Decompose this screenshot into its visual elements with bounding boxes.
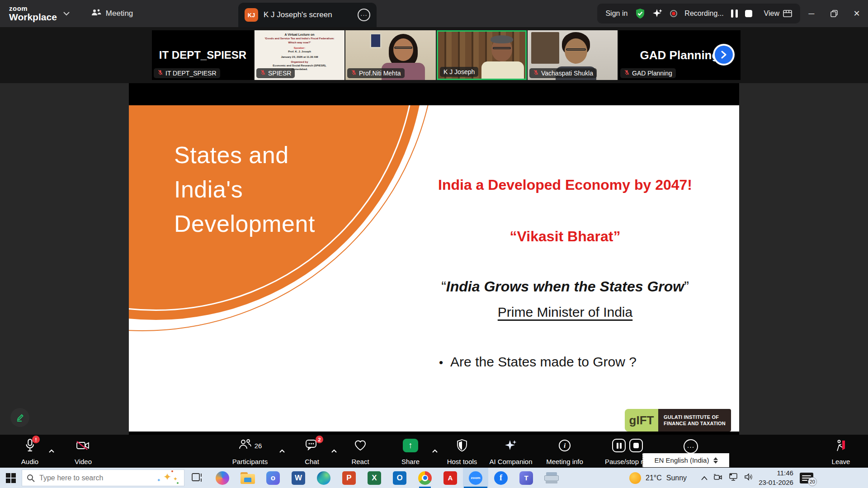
taskbar-search[interactable]: ✦ ✦ ✦ — [22, 469, 184, 486]
video-tile-kj-joseph[interactable]: K J Joseph — [437, 30, 527, 80]
chevron-down-icon[interactable] — [63, 9, 70, 18]
close-button[interactable]: ✕ — [845, 0, 868, 27]
video-strip: IT DEPT_SPIESR IT DEPT_SPIESR A Virtual … — [0, 27, 868, 83]
tray-expand-chevron[interactable] — [701, 474, 708, 482]
facebook-button[interactable]: f — [488, 468, 514, 488]
poster-line: Organized by — [291, 60, 308, 64]
more-toolbar-button[interactable]: ... — [684, 439, 698, 454]
meeting-toolbar: ! Audio Video 26 Participants — [0, 435, 868, 468]
powerpoint-icon: P — [342, 471, 356, 485]
excel-icon: X — [368, 471, 381, 485]
volume-icon[interactable] — [744, 473, 753, 483]
clock-time: 11:46 — [759, 469, 793, 478]
leave-button[interactable]: Leave — [822, 438, 860, 465]
zoom-workplace-window: zoom Workplace Meeting KJ K J Joseph's s… — [0, 0, 868, 488]
windows-logo-icon — [6, 473, 16, 483]
language-spinner-icon[interactable] — [713, 457, 718, 464]
recording-status: Recording... — [684, 9, 723, 18]
mic-muted-icon — [624, 70, 630, 77]
stop-icon[interactable] — [629, 439, 643, 452]
poster-line: Speaker: — [294, 46, 305, 50]
chat-options-caret[interactable] — [331, 446, 337, 455]
audio-options-caret[interactable] — [49, 446, 54, 455]
slide-heading-2047: India a Developed Economy by 2047! — [400, 177, 730, 193]
mic-muted-icon — [260, 70, 266, 77]
person-torso — [481, 61, 524, 80]
edge-button[interactable] — [311, 468, 336, 488]
notification-center-button[interactable]: 20 — [800, 473, 813, 483]
excel-button[interactable]: X — [362, 468, 387, 488]
participants-button[interactable]: 26 Participants — [221, 438, 279, 465]
ai-companion-button[interactable]: AI Companion — [483, 438, 539, 465]
brand-workplace: Workplace — [9, 12, 57, 22]
task-view-button[interactable] — [184, 468, 210, 488]
pause-icon[interactable] — [612, 439, 626, 452]
acrobat-button[interactable]: A — [438, 468, 463, 488]
share-button[interactable]: ↑ Share — [390, 438, 431, 465]
taskbar-clock[interactable]: 11:46 23-01-2026 — [759, 469, 793, 487]
next-page-button[interactable] — [713, 44, 735, 66]
taskbar-weather[interactable]: 21°C Sunny — [623, 468, 693, 488]
task-view-icon — [192, 473, 203, 483]
outlook-classic-button[interactable]: O — [387, 468, 412, 488]
video-button[interactable]: Video — [62, 438, 104, 465]
poster-line: Prof. K. J. Joseph — [288, 50, 311, 53]
search-input[interactable] — [39, 474, 151, 482]
teams-button[interactable]: T — [514, 468, 539, 488]
slide-heading-vikasit: “Vikasit Bharat” — [400, 228, 730, 245]
poster-line: Economic and Social Research (SPIESR), — [273, 64, 326, 67]
video-tile-spiesr[interactable]: A Virtual Lecture on 'Goods and Service … — [255, 30, 344, 80]
video-tile-it-dept[interactable]: IT DEPT_SPIESR IT DEPT_SPIESR — [152, 30, 254, 80]
network-icon[interactable] — [728, 473, 738, 483]
tile-name-label: Vachaspati Shukla — [529, 68, 597, 78]
windows-taskbar: ✦ ✦ ✦ o W P X O — [0, 468, 868, 488]
weather-desc: Sunny — [666, 474, 687, 482]
poster-line: 'Goods and Service Tax and India's Fisca… — [264, 37, 334, 40]
fax-app-button[interactable] — [539, 468, 564, 488]
edge-icon — [317, 471, 330, 485]
slide-bullet: •Are the States made to Grow ? — [400, 354, 730, 370]
video-tile-niti-mehta[interactable]: Prof.Niti Mehta — [345, 30, 436, 80]
tab-meeting[interactable]: Meeting — [91, 9, 133, 19]
printer-icon — [544, 472, 559, 484]
audio-button[interactable]: ! Audio — [9, 438, 51, 465]
chrome-button[interactable] — [412, 468, 438, 488]
mic-muted-icon — [157, 70, 163, 77]
file-explorer-button[interactable] — [235, 468, 260, 488]
minimize-button[interactable]: ─ — [800, 0, 823, 27]
audio-warning-badge: ! — [32, 436, 40, 443]
person-hair — [491, 35, 513, 43]
more-options-icon[interactable]: ... — [358, 9, 370, 21]
copilot-button[interactable] — [210, 468, 235, 488]
pause-recording-button[interactable] — [731, 9, 738, 18]
camera-in-use-icon[interactable] — [713, 474, 722, 483]
video-tile-vachaspati-shukla[interactable]: Vachaspati Shukla — [528, 30, 618, 80]
participants-icon — [238, 439, 252, 452]
annotate-button[interactable] — [10, 408, 29, 427]
host-tools-button[interactable]: Host tools — [438, 438, 486, 465]
restore-button[interactable] — [823, 0, 845, 27]
security-shield-icon[interactable] — [635, 8, 646, 19]
react-button[interactable]: React — [340, 438, 381, 465]
tab-shared-screen[interactable]: KJ K J Joseph's screen ... — [238, 3, 377, 27]
titlebar: zoom Workplace Meeting KJ K J Joseph's s… — [0, 0, 868, 27]
meeting-info-button[interactable]: i Meeting info — [538, 438, 591, 465]
powerpoint-button[interactable]: P — [336, 468, 362, 488]
zoom-app-button[interactable]: zoom — [463, 468, 488, 488]
notification-count-badge: 20 — [808, 477, 817, 486]
outlook-new-button[interactable]: o — [260, 468, 286, 488]
participants-options-caret[interactable] — [279, 446, 285, 455]
view-button[interactable]: View — [764, 9, 792, 18]
chat-button[interactable]: 2 Chat — [292, 438, 332, 465]
share-options-caret[interactable] — [432, 446, 438, 455]
language-interpretation-overlay[interactable]: EN English (India) — [642, 453, 729, 467]
clock-date: 23-01-2026 — [759, 478, 793, 487]
sign-in-button[interactable]: Sign in — [605, 9, 627, 18]
titlebar-status-pill: Sign in Recording... View — [597, 4, 800, 23]
stop-recording-button[interactable] — [745, 10, 752, 17]
ai-companion-icon[interactable] — [653, 9, 663, 19]
shared-screen: States and India's Development India a D… — [129, 83, 739, 435]
grid-view-icon — [783, 10, 792, 17]
word-button[interactable]: W — [286, 468, 311, 488]
start-button[interactable] — [0, 468, 22, 488]
